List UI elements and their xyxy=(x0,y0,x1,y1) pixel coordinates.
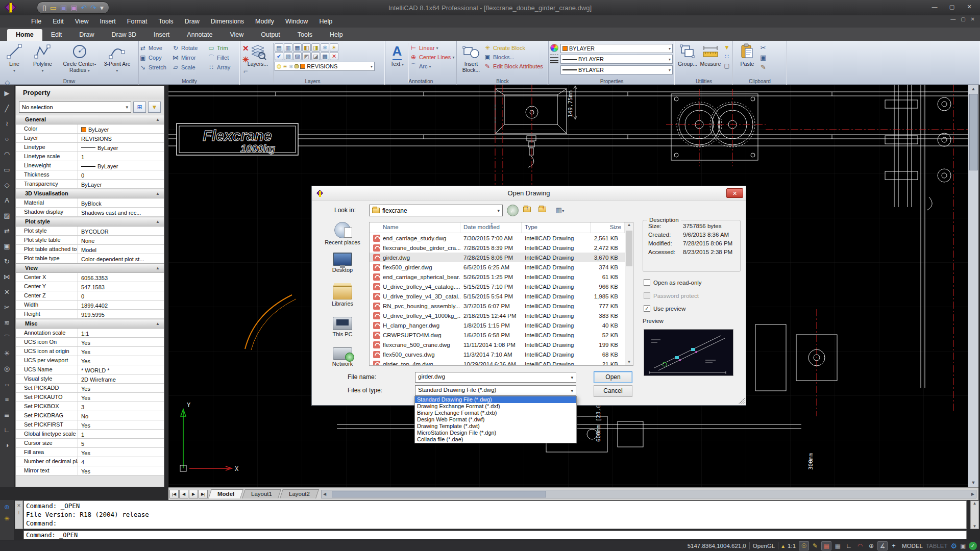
menu-item[interactable]: Dimensions xyxy=(205,15,250,28)
zoom-target-icon[interactable]: ⊕ xyxy=(4,503,10,511)
ribbon-tab[interactable]: Home xyxy=(7,29,42,41)
line-button[interactable]: Line▾ xyxy=(3,41,26,76)
table-row[interactable]: U_drive_trolley_v4_3D_catal... 5/15/2015… xyxy=(370,291,633,301)
status-toggle-icon[interactable]: ▦ xyxy=(832,541,843,550)
status-toggle-icon[interactable]: ✎ xyxy=(810,541,820,550)
modify-button[interactable]: ↘Stretch xyxy=(139,63,172,72)
property-row[interactable]: Plot style tableNone xyxy=(16,236,164,245)
menu-item[interactable]: File xyxy=(26,15,47,28)
status-toggle-icon[interactable]: ∡ xyxy=(877,541,888,550)
clipboard-icon[interactable]: ✂ xyxy=(761,44,766,52)
layer-tool-icon[interactable]: ▩ xyxy=(321,52,329,60)
property-row[interactable]: UCS icon at originYes xyxy=(16,347,164,356)
property-row[interactable]: Annotation scale1:1 xyxy=(16,329,164,338)
group-button[interactable]: Group... xyxy=(676,41,699,76)
annotation-scale-person-icon[interactable]: ▴ xyxy=(781,542,785,549)
ribbon-tab[interactable]: Tools xyxy=(289,29,321,41)
cascade-windows-icon[interactable]: ▣ xyxy=(960,542,966,549)
toolbar-icon[interactable]: ╱ xyxy=(2,101,13,116)
use-preview-checkbox[interactable]: ✓Use preview xyxy=(644,305,685,312)
section-header-misc[interactable]: Misc▲ xyxy=(16,319,164,329)
status-toggle-icon[interactable]: ∟ xyxy=(844,541,854,550)
file-type-option[interactable]: Drawing Template (*.dwt) xyxy=(415,423,576,430)
block-button[interactable]: ✎Edit Block Attributes xyxy=(483,62,543,71)
dialog-close-icon[interactable]: ✕ xyxy=(726,188,743,198)
text-button[interactable]: A Text ▾ xyxy=(387,41,407,76)
toolbar-icon[interactable]: ↔ xyxy=(2,377,13,392)
place-item[interactable]: Libraries xyxy=(318,286,367,317)
settings-gear-icon[interactable]: ⚙ xyxy=(951,542,958,550)
quick-select-button[interactable]: ⊞ xyxy=(133,102,146,113)
toolbar-icon[interactable]: ◇ xyxy=(2,178,13,193)
toolbar-icon[interactable]: ✕ xyxy=(2,285,13,300)
drawing-horizontal-scrollbar[interactable]: ◀▶ xyxy=(321,490,976,498)
property-row[interactable]: Linetype scale1 xyxy=(16,152,164,161)
ribbon-tab[interactable]: Draw 3D xyxy=(103,29,145,41)
table-row[interactable]: H_clamp_hanger.dwg 1/8/2015 1:15 PM Inte… xyxy=(370,320,633,330)
menu-item[interactable]: View xyxy=(69,15,94,28)
layer-tool-icon[interactable]: ✕ xyxy=(330,52,338,60)
view-menu-icon[interactable]: ▦▾ xyxy=(554,205,566,216)
property-row[interactable]: Plot styleBYCOLOR xyxy=(16,227,164,236)
layer-tool-icon[interactable]: ❄ xyxy=(321,43,329,52)
toolbar-icon[interactable]: ∟ xyxy=(2,422,13,438)
clipboard-icon[interactable]: ▣ xyxy=(760,54,766,61)
toolbar-icon[interactable]: ✳ xyxy=(2,346,13,361)
open-read-only-checkbox[interactable]: Open as read-only xyxy=(644,279,702,286)
toolbar-icon[interactable]: A xyxy=(2,193,13,208)
property-row[interactable]: Shadow displayShadows cast and rec... xyxy=(16,208,164,217)
layers-button[interactable]: Layers... xyxy=(243,41,272,76)
property-row[interactable]: Center Z0 xyxy=(16,291,164,300)
modify-button[interactable]: ∷Array xyxy=(207,63,239,72)
toolbar-icon[interactable]: ≡ xyxy=(2,392,13,407)
scroll-thumb[interactable] xyxy=(969,94,978,170)
toolbar-icon[interactable]: ✂ xyxy=(2,300,13,315)
mdi-minimize-icon[interactable]: — xyxy=(950,16,955,22)
property-row[interactable]: Mirror textYes xyxy=(16,466,164,475)
annotation-button[interactable]: ⊢Linear▾ xyxy=(409,43,454,53)
layer-tool-icon[interactable]: ◨ xyxy=(311,43,320,52)
command-history[interactable]: Command: _OPENFile Version: R18 (2004) r… xyxy=(23,500,967,529)
property-row[interactable]: Set PICKBOX3 xyxy=(16,402,164,411)
property-combo[interactable]: BYLAYER▾ xyxy=(560,44,673,53)
property-row[interactable]: MaterialByBlock xyxy=(16,198,164,208)
layer-tool-icon[interactable]: ▨ xyxy=(293,52,302,60)
status-toggle-icon[interactable]: ▦ xyxy=(821,541,831,550)
toolbar-icon[interactable]: ◠ xyxy=(2,147,13,162)
layer-tool-icon[interactable]: ◧ xyxy=(302,43,311,52)
file-list-scrollbar[interactable]: ▲▼ xyxy=(625,222,633,365)
table-row[interactable]: U_drive_trolley_v4_1000kg_... 2/18/2015 … xyxy=(370,311,633,320)
menu-item[interactable]: Help xyxy=(313,15,338,28)
section-header-view[interactable]: View▲ xyxy=(16,263,164,273)
property-row[interactable]: Cursor size5 xyxy=(16,439,164,448)
visual-style-icon[interactable]: ✳ xyxy=(4,515,10,522)
new-folder-icon[interactable]: ✳ xyxy=(538,205,550,216)
table-row[interactable]: CRWPSUPTO4M.dwg 1/6/2015 6:58 PM Intelli… xyxy=(370,330,633,340)
property-combo[interactable]: BYLAYER▾ xyxy=(560,65,673,74)
layer-tool-icon[interactable]: ▧ xyxy=(284,52,292,60)
table-row[interactable]: end_carriage_study.dwg 7/30/2015 7:00 AM… xyxy=(370,233,633,243)
lineweight-icon[interactable] xyxy=(550,60,558,64)
property-row[interactable]: Center X6056.3353 xyxy=(16,273,164,282)
column-header-date[interactable]: ▾Date modified xyxy=(460,222,522,233)
linetype-icon[interactable] xyxy=(550,55,558,58)
property-row[interactable]: Number of decimal pla...4 xyxy=(16,457,164,466)
property-row[interactable]: UCS per viewportYes xyxy=(16,356,164,365)
toolbar-icon[interactable]: ▶ xyxy=(2,86,13,101)
table-row[interactable]: U_drive_trolley_v4_catalog.... 5/15/2015… xyxy=(370,282,633,291)
ribbon-tab[interactable]: Insert xyxy=(145,29,178,41)
table-row[interactable]: end_carriage_spherical_bear... 5/26/2015… xyxy=(370,272,633,282)
mdi-restore-icon[interactable]: ▢ xyxy=(961,16,965,22)
dialog-resize-grip[interactable] xyxy=(739,398,745,404)
model-space-toggle[interactable]: MODEL xyxy=(902,543,923,549)
polyline-button[interactable]: Polyline▾ xyxy=(28,41,57,76)
menu-item[interactable]: Modify xyxy=(250,15,280,28)
scroll-up-icon[interactable]: ▲ xyxy=(968,85,978,93)
toolbar-icon[interactable]: ⋈ xyxy=(2,269,13,285)
place-item[interactable]: Recent places xyxy=(318,222,367,253)
renderer-label[interactable]: OpenGL xyxy=(753,543,775,549)
menu-item[interactable]: Edit xyxy=(47,15,69,28)
layer-tool-icon[interactable]: ▦ xyxy=(293,43,302,52)
property-row[interactable]: TransparencyByLayer xyxy=(16,180,164,189)
toolbar-icon[interactable]: ▭ xyxy=(2,162,13,178)
